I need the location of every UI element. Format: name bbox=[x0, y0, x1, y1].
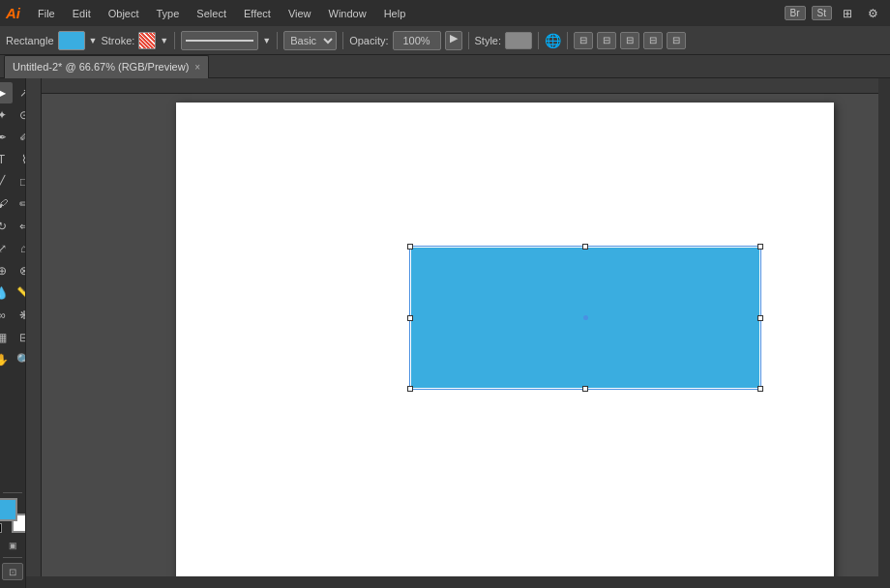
tool-pencil[interactable]: ✏ bbox=[14, 193, 27, 215]
tool-scale[interactable]: ⤢ bbox=[0, 238, 13, 259]
bridge-button[interactable]: Br bbox=[785, 6, 806, 20]
grid-icon[interactable]: ⊞ bbox=[836, 4, 859, 23]
tool-row-7: ↻ ⇔ bbox=[0, 216, 26, 237]
menu-bar: Ai File Edit Object Type Select Effect V… bbox=[0, 0, 890, 26]
tool-row-9: ⊕ ⊗ bbox=[0, 260, 26, 281]
center-point bbox=[583, 315, 588, 320]
menu-file[interactable]: File bbox=[30, 6, 63, 21]
stroke-dropdown-arrow[interactable]: ▼ bbox=[160, 36, 168, 45]
arrange-btn-4[interactable]: ⊟ bbox=[643, 32, 663, 49]
artboard bbox=[176, 103, 834, 588]
tool-zoom[interactable]: 🔍 bbox=[14, 349, 27, 370]
tool-divider bbox=[3, 492, 22, 493]
tool-live-paint[interactable]: ⊗ bbox=[14, 260, 27, 281]
tool-type[interactable]: T bbox=[0, 149, 13, 170]
tool-rect[interactable]: □ bbox=[14, 171, 27, 192]
tool-warp[interactable]: ⌂ bbox=[14, 238, 27, 259]
menu-edit[interactable]: Edit bbox=[65, 6, 99, 21]
tool-row-11: ∞ ❋ bbox=[0, 305, 26, 326]
globe-icon[interactable]: 🌐 bbox=[545, 33, 561, 48]
shape-label: Rectangle bbox=[6, 35, 54, 46]
menu-window[interactable]: Window bbox=[321, 6, 374, 21]
tool-magic-wand[interactable]: ✦ bbox=[0, 104, 13, 126]
tool-blend[interactable]: ∞ bbox=[0, 305, 13, 326]
tool-row-6: 🖌 ✏ bbox=[0, 193, 26, 215]
tool-symbol[interactable]: ❋ bbox=[14, 305, 27, 326]
tool-eyedropper[interactable]: 💧 bbox=[0, 282, 13, 304]
line-style-selector[interactable] bbox=[181, 31, 258, 50]
change-screen-mode-btn[interactable]: ⊡ bbox=[2, 563, 23, 580]
color-mode-btn[interactable]: ■ bbox=[0, 539, 3, 552]
style-label: Style: bbox=[475, 35, 502, 46]
tool-measure[interactable]: 📏 bbox=[14, 282, 27, 304]
tool-direct-select[interactable]: ↗ bbox=[14, 82, 27, 103]
divider-5 bbox=[538, 32, 539, 49]
tool-pen2[interactable]: ✐ bbox=[14, 127, 27, 148]
tool-reflect[interactable]: ⇔ bbox=[14, 216, 27, 237]
tool-lasso[interactable]: ⊙ bbox=[14, 104, 27, 126]
menu-select[interactable]: Select bbox=[189, 6, 234, 21]
tool-hand[interactable]: ✋ bbox=[0, 349, 13, 370]
arrange-btn-1[interactable]: ⊟ bbox=[574, 32, 593, 49]
tool-rotate[interactable]: ↻ bbox=[0, 216, 13, 237]
line-style-arrow[interactable]: ▼ bbox=[262, 36, 271, 45]
tab-bar: Untitled-2* @ 66.67% (RGB/Preview) × bbox=[0, 55, 890, 78]
opacity-more-btn[interactable]: ▶ bbox=[445, 31, 462, 50]
arrange-btn-5[interactable]: ⊟ bbox=[667, 32, 686, 49]
tool-paintbrush[interactable]: 🖌 bbox=[0, 193, 13, 215]
gradient-mode-btn[interactable]: ▣ bbox=[5, 539, 20, 552]
settings-icon[interactable]: ⚙ bbox=[861, 4, 884, 23]
tool-row-8: ⤢ ⌂ bbox=[0, 238, 26, 259]
arrange-btn-3[interactable]: ⊟ bbox=[620, 32, 639, 49]
toolbox-bottom: ⇄ ■ ▣ ⊘ ⊡ bbox=[0, 489, 26, 584]
opacity-label: Opacity: bbox=[349, 35, 388, 46]
fill-dropdown-arrow[interactable]: ▼ bbox=[89, 36, 98, 45]
main-area: ▶ ↗ ✦ ⊙ ✒ ✐ T ⌇ ╱ □ 🖌 ✏ ↻ ⇔ ⤢ ⌂ bbox=[0, 78, 890, 588]
divider-3 bbox=[342, 32, 343, 49]
canvas-area[interactable] bbox=[26, 78, 890, 588]
menu-effect[interactable]: Effect bbox=[236, 6, 279, 21]
horizontal-ruler bbox=[26, 78, 890, 94]
tool-row-13: ✋ 🔍 bbox=[0, 349, 26, 370]
menu-object[interactable]: Object bbox=[101, 6, 147, 21]
tool-row-10: 💧 📏 bbox=[0, 282, 26, 304]
rectangle-shape[interactable] bbox=[411, 248, 759, 388]
stroke-color-swatch[interactable] bbox=[138, 32, 156, 49]
arrange-btn-2[interactable]: ⊟ bbox=[597, 32, 616, 49]
tool-row-4: T ⌇ bbox=[0, 149, 26, 170]
tool-chart[interactable]: ▦ bbox=[0, 327, 13, 348]
document-tab[interactable]: Untitled-2* @ 66.67% (RGB/Preview) × bbox=[4, 55, 209, 78]
foreground-color-swatch[interactable] bbox=[0, 498, 17, 521]
stock-button[interactable]: St bbox=[812, 6, 832, 20]
fill-color-box[interactable] bbox=[58, 31, 85, 50]
ai-logo: Ai bbox=[6, 5, 20, 21]
color-mode-row: ■ ▣ ⊘ bbox=[0, 539, 26, 552]
vertical-scrollbar[interactable] bbox=[878, 78, 890, 576]
toolbox: ▶ ↗ ✦ ⊙ ✒ ✐ T ⌇ ╱ □ 🖌 ✏ ↻ ⇔ ⤢ ⌂ bbox=[0, 78, 26, 588]
reset-colors-icon[interactable] bbox=[0, 523, 2, 533]
tool-select[interactable]: ▶ bbox=[0, 82, 13, 103]
tool-line[interactable]: ╱ bbox=[0, 171, 13, 192]
tool-type2[interactable]: ⌇ bbox=[14, 149, 27, 170]
style-box[interactable] bbox=[505, 32, 532, 49]
tab-title: Untitled-2* @ 66.67% (RGB/Preview) bbox=[13, 61, 189, 73]
divider-4 bbox=[468, 32, 469, 49]
menu-view[interactable]: View bbox=[281, 6, 319, 21]
tool-row-1: ▶ ↗ bbox=[0, 82, 26, 103]
horizontal-scrollbar[interactable] bbox=[26, 576, 890, 588]
tool-divider-2 bbox=[3, 557, 22, 558]
divider-2 bbox=[277, 32, 278, 49]
tool-pen[interactable]: ✒ bbox=[0, 127, 13, 148]
menu-type[interactable]: Type bbox=[149, 6, 188, 21]
tool-row-3: ✒ ✐ bbox=[0, 127, 26, 148]
opacity-input[interactable] bbox=[393, 31, 441, 50]
color-swatch-group: ⇄ bbox=[0, 498, 26, 533]
options-toolbar: Rectangle ▼ Stroke: ▼ ▼ Basic Opacity: ▶… bbox=[0, 26, 890, 55]
width-profile-select[interactable]: Basic bbox=[283, 31, 337, 50]
tab-close-button[interactable]: × bbox=[194, 62, 200, 73]
menu-help[interactable]: Help bbox=[376, 6, 414, 21]
vertical-ruler bbox=[26, 78, 42, 588]
tool-shapebuilder[interactable]: ⊕ bbox=[0, 260, 13, 281]
divider-1 bbox=[174, 32, 175, 49]
tool-slice[interactable]: ⊟ bbox=[14, 327, 27, 348]
